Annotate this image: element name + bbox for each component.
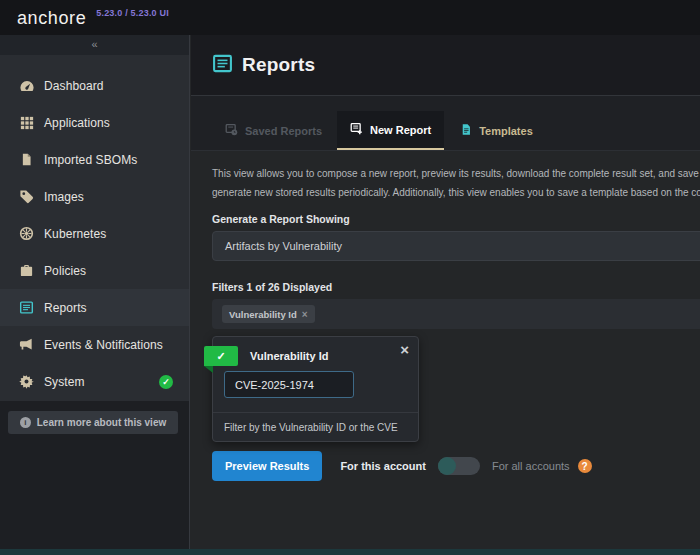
- megaphone-icon: [18, 337, 35, 353]
- action-row: Preview Results For this account For all…: [212, 451, 700, 481]
- sidebar-collapse-button[interactable]: «: [0, 35, 189, 55]
- tab-bar: Saved Reports New Report Templates: [191, 96, 700, 151]
- account-scope-toggle[interactable]: [438, 457, 480, 475]
- sidebar-item-applications[interactable]: Applications: [0, 104, 189, 141]
- page-title: Reports: [242, 54, 315, 76]
- filters-count-label: Filters 1 of 26 Displayed: [212, 281, 700, 293]
- kubernetes-icon: [18, 226, 35, 242]
- sidebar-nav: Dashboard Applications Imported SBOMs: [0, 55, 189, 400]
- sidebar-panel: « Dashboard Applications: [0, 35, 189, 401]
- preview-results-button[interactable]: Preview Results: [212, 451, 322, 481]
- sidebar-item-label: Imported SBOMs: [44, 153, 137, 167]
- reports-header-icon: [212, 53, 233, 78]
- tab-new-report[interactable]: New Report: [337, 111, 444, 150]
- report-type-select[interactable]: Artifacts by Vulnerability: [212, 231, 700, 261]
- tab-label: Saved Reports: [245, 125, 322, 137]
- sidebar-item-reports[interactable]: Reports: [0, 289, 189, 326]
- top-bar: anchore 5.23.0 / 5.23.0 UI: [0, 0, 700, 35]
- tab-saved-reports[interactable]: Saved Reports: [212, 111, 335, 150]
- sidebar-item-dashboard[interactable]: Dashboard: [0, 67, 189, 104]
- sidebar-item-imported-sboms[interactable]: Imported SBOMs: [0, 141, 189, 178]
- filter-chip-remove-icon[interactable]: ×: [302, 309, 308, 320]
- main-content: Reports Saved Reports New Report Templat…: [191, 35, 700, 555]
- sidebar-item-images[interactable]: Images: [0, 178, 189, 215]
- generate-report-label: Generate a Report Showing: [212, 213, 700, 225]
- app-window: anchore 5.23.0 / 5.23.0 UI « Dashboard A…: [0, 0, 700, 555]
- footer-bar: [0, 549, 700, 555]
- tab-label: Templates: [479, 125, 533, 137]
- view-description-line1: This view allows you to compose a new re…: [212, 164, 700, 183]
- report-type-value: Artifacts by Vulnerability: [225, 240, 342, 252]
- popup-close-icon[interactable]: ×: [400, 342, 409, 357]
- reports-list-icon: [18, 300, 35, 316]
- view-description-line2: generate new stored results periodically…: [212, 183, 700, 202]
- learn-more-label: Learn more about this view: [37, 417, 166, 428]
- image-tag-icon: [18, 189, 35, 205]
- system-healthy-badge: ✓: [159, 375, 173, 389]
- checkmark-icon: ✓: [216, 350, 225, 363]
- tab-label: New Report: [370, 124, 431, 136]
- briefcase-icon: [18, 263, 35, 279]
- for-this-account-label: For this account: [340, 460, 426, 472]
- active-filters-container: Vulnerability Id ×: [212, 299, 700, 329]
- sidebar-item-label: Policies: [44, 264, 86, 278]
- help-icon[interactable]: ?: [578, 459, 592, 473]
- gear-icon: [18, 374, 35, 390]
- saved-reports-icon: [225, 123, 238, 138]
- templates-file-icon: [461, 123, 472, 138]
- dashboard-icon: [18, 78, 35, 94]
- sidebar-item-label: Events & Notifications: [44, 338, 163, 352]
- vulnerability-id-filter-popup: ✓ Vulnerability Id × Filter by the Vulne…: [212, 336, 419, 442]
- sidebar-item-label: Images: [44, 190, 84, 204]
- new-report-icon: [350, 122, 363, 137]
- popup-helper-text: Filter by the Vulnerability ID or the CV…: [213, 412, 418, 433]
- learn-more-button[interactable]: i Learn more about this view: [8, 411, 178, 434]
- info-icon: i: [20, 417, 31, 428]
- popup-title: Vulnerability Id: [250, 350, 328, 362]
- filter-active-ribbon: ✓: [204, 346, 238, 366]
- sidebar: « Dashboard Applications: [0, 35, 190, 555]
- for-all-accounts-label: For all accounts: [492, 460, 570, 472]
- sidebar-item-label: Dashboard: [44, 79, 104, 93]
- sidebar-item-policies[interactable]: Policies: [0, 252, 189, 289]
- vulnerability-id-input[interactable]: [224, 371, 354, 398]
- applications-grid-icon: [18, 115, 35, 131]
- sidebar-item-system[interactable]: System ✓: [0, 363, 189, 400]
- sidebar-item-label: Reports: [44, 301, 87, 315]
- toggle-knob: [438, 457, 456, 475]
- anchore-logo: anchore: [17, 9, 86, 27]
- tab-templates[interactable]: Templates: [448, 111, 546, 150]
- sidebar-item-label: Applications: [44, 116, 110, 130]
- sidebar-item-label: Kubernetes: [44, 227, 106, 241]
- filter-chip-vulnerability-id[interactable]: Vulnerability Id ×: [222, 305, 315, 323]
- report-composer: This view allows you to compose a new re…: [191, 151, 700, 481]
- sidebar-item-kubernetes[interactable]: Kubernetes: [0, 215, 189, 252]
- sbom-file-icon: [18, 152, 35, 168]
- sidebar-item-events-notifications[interactable]: Events & Notifications: [0, 326, 189, 363]
- sidebar-item-label: System: [44, 375, 85, 389]
- filter-chip-label: Vulnerability Id: [229, 309, 297, 320]
- version-label: 5.23.0 / 5.23.0 UI: [96, 8, 169, 18]
- page-header: Reports: [191, 35, 700, 96]
